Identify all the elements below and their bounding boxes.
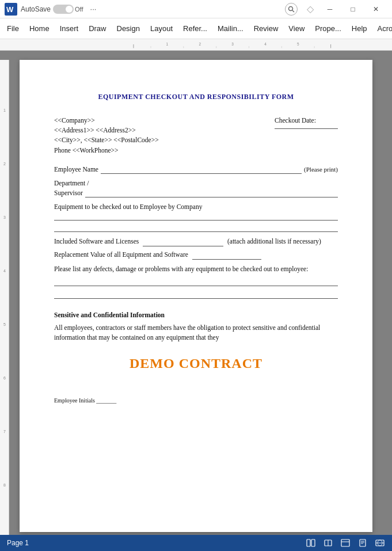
menu-draw[interactable]: Draw bbox=[84, 22, 111, 35]
svg-text:6: 6 bbox=[3, 376, 6, 380]
address-block: <<Company>> <<Address1>> <<Address2>> <<… bbox=[54, 116, 338, 155]
vertical-ruler: 1 2 3 4 5 6 7 8 bbox=[0, 60, 9, 535]
print-layout-icon[interactable] bbox=[357, 538, 368, 548]
sensitive-section: Sensitive and Confidential Information A… bbox=[54, 310, 338, 343]
replacement-label: Replacement Value of all Equipment and S… bbox=[54, 251, 188, 258]
supervisor-line bbox=[85, 189, 338, 197]
ruler-marks: 1 2 3 4 5 bbox=[74, 39, 392, 50]
svg-text:8: 8 bbox=[3, 483, 6, 487]
word-icon: W bbox=[5, 3, 17, 16]
equipment-label: Equipment to be checked out to Employee … bbox=[54, 202, 338, 211]
menu-properties[interactable]: Prope... bbox=[310, 22, 346, 35]
phone: Phone <<WorkPhone>> bbox=[54, 146, 159, 155]
svg-text:2: 2 bbox=[199, 42, 201, 46]
toggle-knob bbox=[66, 6, 73, 13]
svg-text:4: 4 bbox=[3, 269, 6, 273]
software-line bbox=[143, 238, 223, 246]
demo-watermark: DEMO CONTRACT bbox=[54, 354, 338, 374]
window-controls: ─ □ ✕ bbox=[318, 0, 387, 18]
equipment-line-2 bbox=[54, 224, 338, 232]
svg-text:3: 3 bbox=[231, 42, 234, 46]
menu-layout[interactable]: Layout bbox=[146, 22, 177, 35]
checkout-date-label: Checkout Date: bbox=[275, 117, 316, 124]
menu-review[interactable]: Review bbox=[249, 22, 283, 35]
employee-name-label: Employee Name bbox=[54, 165, 98, 174]
svg-text:4: 4 bbox=[264, 42, 267, 46]
department-label: Department / bbox=[54, 180, 89, 187]
checkout-date-block: Checkout Date: bbox=[275, 116, 338, 155]
initials-line: _______ bbox=[96, 397, 116, 404]
software-label: Included Software and Licenses bbox=[54, 238, 139, 245]
equipment-section: Equipment to be checked out to Employee … bbox=[54, 202, 338, 232]
svg-line-3 bbox=[292, 10, 294, 12]
company-name: <<Company>> bbox=[54, 116, 159, 126]
supervisor-label: Supervisor bbox=[54, 188, 83, 197]
layout-view-icon[interactable] bbox=[340, 538, 351, 548]
menu-insert[interactable]: Insert bbox=[55, 22, 83, 35]
read-mode-icon[interactable] bbox=[306, 538, 316, 548]
defects-line-1 bbox=[54, 278, 338, 286]
initials-row: Employee Initials _______ bbox=[54, 397, 338, 405]
menu-acrobat[interactable]: Acrob... bbox=[373, 22, 392, 35]
statusbar-right bbox=[306, 538, 385, 548]
search-button[interactable] bbox=[285, 3, 298, 16]
web-layout-icon[interactable] bbox=[375, 538, 385, 548]
equipment-line-1 bbox=[54, 212, 338, 221]
svg-text:W: W bbox=[6, 5, 14, 14]
svg-rect-29 bbox=[341, 539, 349, 546]
menu-mailings[interactable]: Mailin... bbox=[213, 22, 248, 35]
sensitive-heading: Sensitive and Confidential Information bbox=[54, 310, 338, 320]
menu-bar: File Home Insert Draw Design Layout Refe… bbox=[0, 18, 392, 39]
address-line1: <<Address1>> <<Address2>> bbox=[54, 126, 159, 135]
svg-rect-25 bbox=[307, 539, 310, 546]
maximize-button[interactable]: □ bbox=[341, 0, 364, 18]
toggle-state: Off bbox=[75, 6, 83, 13]
please-print-label: (Please print) bbox=[304, 165, 338, 174]
city-state-zip: <<City>>, <<State>> <<PostalCode>> bbox=[54, 135, 159, 145]
autosave-toggle[interactable] bbox=[53, 5, 74, 14]
autosave-label: AutoSave bbox=[21, 5, 51, 13]
sensitive-text: All employees, contractors or staff memb… bbox=[54, 323, 338, 343]
menu-home[interactable]: Home bbox=[25, 22, 54, 35]
page-indicator: Page 1 bbox=[7, 539, 29, 547]
menu-view[interactable]: View bbox=[284, 22, 309, 35]
menu-file[interactable]: File bbox=[2, 22, 24, 35]
company-address: <<Company>> <<Address1>> <<Address2>> <<… bbox=[54, 116, 159, 155]
search-icon bbox=[288, 6, 295, 13]
svg-text:1: 1 bbox=[3, 108, 6, 112]
svg-text:3: 3 bbox=[3, 215, 6, 219]
defects-line-2 bbox=[54, 291, 338, 299]
svg-point-2 bbox=[289, 6, 293, 10]
menu-help[interactable]: Help bbox=[347, 22, 372, 35]
svg-text:5: 5 bbox=[297, 42, 299, 46]
diamond-icon: ◇ bbox=[307, 3, 314, 14]
svg-text:1: 1 bbox=[166, 42, 169, 46]
more-button[interactable]: ··· bbox=[88, 3, 99, 14]
employee-name-line bbox=[101, 166, 302, 174]
replacement-row: Replacement Value of all Equipment and S… bbox=[54, 250, 338, 259]
vertical-ruler-marks: 1 2 3 4 5 6 7 8 bbox=[0, 60, 9, 535]
checkout-date-line bbox=[275, 128, 338, 129]
minimize-button[interactable]: ─ bbox=[318, 0, 341, 18]
horizontal-ruler: 1 2 3 4 5 bbox=[0, 39, 392, 51]
defects-section: Please list any defects, damage or probl… bbox=[54, 264, 338, 299]
main-document-area: 1 2 3 4 5 6 7 8 EQUIPMENT CHECKOUT AND R… bbox=[0, 51, 392, 535]
document-page: EQUIPMENT CHECKOUT AND RESPONSIBILITY FO… bbox=[20, 60, 372, 532]
status-bar: Page 1 bbox=[0, 535, 392, 551]
search-area bbox=[280, 3, 302, 16]
focus-icon[interactable] bbox=[323, 538, 333, 548]
svg-rect-31 bbox=[360, 539, 366, 546]
department-row: Department / Supervisor bbox=[54, 178, 338, 197]
svg-text:2: 2 bbox=[3, 162, 6, 166]
menu-design[interactable]: Design bbox=[112, 22, 144, 35]
document-title: EQUIPMENT CHECKOUT AND RESPONSIBILITY FO… bbox=[54, 92, 338, 102]
initials-label: Employee Initials bbox=[54, 397, 95, 404]
menu-references[interactable]: Refer... bbox=[178, 22, 212, 35]
svg-text:5: 5 bbox=[3, 322, 6, 326]
software-row: Included Software and Licenses (attach a… bbox=[54, 237, 338, 246]
defects-label: Please list any defects, damage or probl… bbox=[54, 265, 308, 272]
replacement-line bbox=[192, 252, 261, 260]
close-button[interactable]: ✕ bbox=[364, 0, 387, 18]
employee-name-row: Employee Name (Please print) bbox=[54, 165, 338, 174]
svg-rect-26 bbox=[311, 539, 315, 546]
